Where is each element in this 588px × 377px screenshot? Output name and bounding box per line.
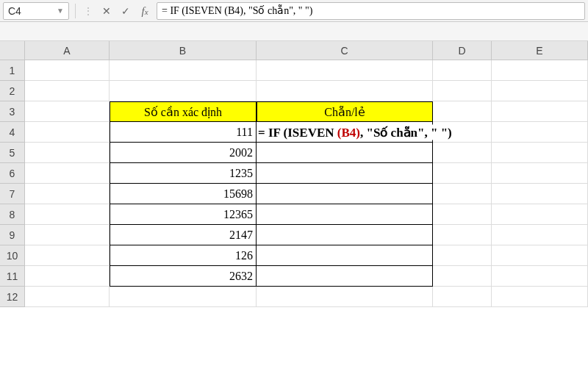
cell[interactable] [492, 81, 588, 101]
row-header[interactable]: 7 [0, 184, 25, 204]
cell[interactable] [492, 60, 588, 81]
col-header-d[interactable]: D [433, 41, 492, 60]
cell[interactable] [25, 122, 110, 143]
cell-b10[interactable]: 126 [110, 245, 257, 266]
col-header-c[interactable]: C [257, 41, 433, 60]
cell[interactable] [25, 81, 110, 101]
cancel-icon[interactable]: ✕ [99, 4, 114, 18]
cell[interactable] [492, 287, 588, 307]
row-header[interactable]: 5 [0, 143, 25, 163]
cell[interactable] [492, 101, 588, 122]
formula-part-pre: = IF (ISEVEN [258, 125, 337, 139]
cell[interactable] [433, 225, 492, 245]
cell-c7[interactable] [257, 184, 433, 204]
cell-formula-overlay: = IF (ISEVEN (B4), "Số chẵn", " ") [257, 124, 453, 140]
cell[interactable] [25, 184, 110, 204]
cell[interactable] [25, 266, 110, 287]
formula-input[interactable]: = IF (ISEVEN (B4), "Số chẵn", " ") [157, 2, 585, 20]
cell[interactable] [257, 60, 433, 81]
cell[interactable] [492, 204, 588, 225]
cell[interactable] [492, 143, 588, 163]
cell[interactable] [433, 184, 492, 204]
cell-b7[interactable]: 15698 [110, 184, 257, 204]
row-header[interactable]: 2 [0, 81, 25, 101]
cell[interactable] [110, 60, 257, 81]
cell-c8[interactable] [257, 204, 433, 225]
cell[interactable] [492, 184, 588, 204]
cell[interactable] [433, 143, 492, 163]
cell[interactable] [433, 101, 492, 122]
cell[interactable] [433, 204, 492, 225]
cell[interactable] [257, 287, 433, 307]
cell[interactable] [25, 204, 110, 225]
cell[interactable] [492, 122, 588, 143]
cell[interactable] [492, 245, 588, 266]
row-header[interactable]: 8 [0, 204, 25, 225]
cell[interactable] [25, 60, 110, 81]
separator [75, 4, 76, 18]
fx-icon[interactable]: fx [137, 4, 152, 19]
cell[interactable] [25, 287, 110, 307]
name-box-value: C4 [8, 5, 21, 17]
cell[interactable] [25, 163, 110, 184]
cell-b11[interactable]: 2632 [110, 266, 257, 287]
formula-text: = IF (ISEVEN (B4), "Số chẵn", " ") [162, 4, 312, 17]
cell[interactable] [110, 287, 257, 307]
header-b3[interactable]: Số cần xác định [110, 101, 257, 122]
cell[interactable] [433, 60, 492, 81]
row-header[interactable]: 10 [0, 245, 25, 266]
cell-c4[interactable]: = IF (ISEVEN (B4), "Số chẵn", " ") [257, 122, 433, 143]
col-header-b[interactable]: B [110, 41, 257, 60]
formula-part-post: , "Số chẵn", " ") [360, 125, 452, 139]
cell[interactable] [25, 101, 110, 122]
row-header[interactable]: 9 [0, 225, 25, 245]
cell-b4[interactable]: 111 [110, 122, 257, 143]
col-header-a[interactable]: A [25, 41, 110, 60]
col-header-e[interactable]: E [492, 41, 588, 60]
cell-b6[interactable]: 1235 [110, 163, 257, 184]
cell[interactable] [492, 225, 588, 245]
header-c3[interactable]: Chẵn/lẻ [257, 101, 433, 122]
cell[interactable] [433, 245, 492, 266]
row-header[interactable]: 3 [0, 101, 25, 122]
row-header[interactable]: 6 [0, 163, 25, 184]
cell-c6[interactable] [257, 163, 433, 184]
cell[interactable] [433, 81, 492, 101]
cell[interactable] [257, 81, 433, 101]
cell-c10[interactable] [257, 245, 433, 266]
row-header[interactable]: 12 [0, 287, 25, 307]
row-header[interactable]: 4 [0, 122, 25, 143]
cell-b8[interactable]: 12365 [110, 204, 257, 225]
dots-icon: ⋮ [82, 5, 95, 17]
row-header[interactable]: 1 [0, 60, 25, 81]
cell[interactable] [492, 163, 588, 184]
select-all-corner[interactable] [0, 41, 25, 60]
name-box[interactable]: C4 ▼ [3, 2, 69, 20]
cell-c5[interactable] [257, 143, 433, 163]
cell[interactable] [492, 266, 588, 287]
cell-c9[interactable] [257, 225, 433, 245]
cell[interactable] [25, 143, 110, 163]
enter-icon[interactable]: ✓ [118, 4, 133, 18]
formula-part-ref: (B4) [337, 125, 360, 139]
chevron-down-icon[interactable]: ▼ [57, 7, 64, 15]
ribbon-spacer [0, 22, 588, 41]
cell[interactable] [433, 163, 492, 184]
cell-b9[interactable]: 2147 [110, 225, 257, 245]
cell[interactable] [433, 287, 492, 307]
cell-c11[interactable] [257, 266, 433, 287]
cell[interactable] [433, 266, 492, 287]
cell-b5[interactable]: 2002 [110, 143, 257, 163]
cell[interactable] [25, 225, 110, 245]
cell[interactable] [110, 81, 257, 101]
spreadsheet-grid: A B C D E 1 2 3 Số cần xác định Chẵn/lẻ … [0, 41, 588, 307]
row-header[interactable]: 11 [0, 266, 25, 287]
cell[interactable] [25, 245, 110, 266]
formula-bar: C4 ▼ ⋮ ✕ ✓ fx = IF (ISEVEN (B4), "Số chẵ… [0, 0, 588, 22]
